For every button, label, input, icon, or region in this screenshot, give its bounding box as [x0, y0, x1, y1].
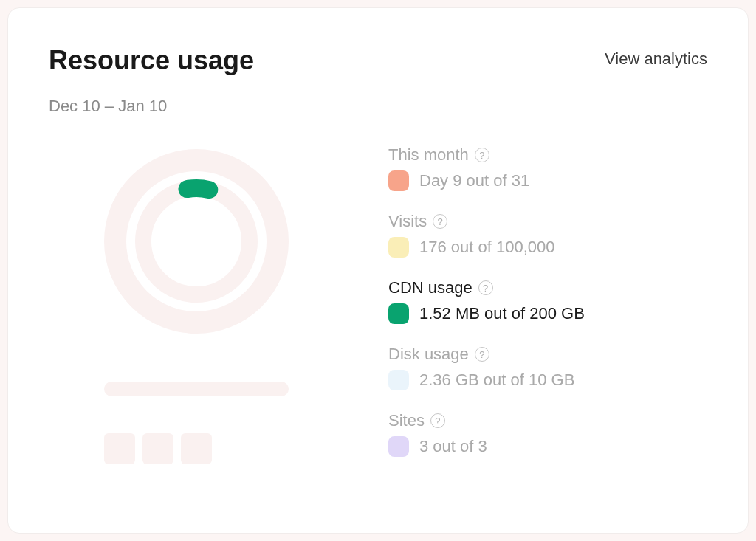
metric-visits[interactable]: Visits ? 176 out of 100,000 — [388, 212, 707, 258]
metric-value: 2.36 GB out of 10 GB — [419, 371, 574, 390]
metric-row: 176 out of 100,000 — [388, 237, 707, 258]
metric-label: This month ? — [388, 145, 707, 165]
swatch-disk — [388, 370, 409, 390]
metric-sites[interactable]: Sites ? 3 out of 3 — [388, 411, 707, 457]
metric-label-text: CDN usage — [388, 278, 472, 297]
metric-value: 1.52 MB out of 200 GB — [419, 304, 585, 323]
resource-usage-card: Resource usage View analytics Dec 10 – J… — [7, 7, 749, 534]
metric-value: Day 9 out of 31 — [419, 171, 529, 190]
metric-cdn[interactable]: CDN usage ? 1.52 MB out of 200 GB — [388, 278, 707, 324]
skeleton-square — [181, 433, 212, 464]
metric-disk[interactable]: Disk usage ? 2.36 GB out of 10 GB — [388, 345, 707, 390]
donut-chart — [100, 145, 292, 337]
metric-row: 2.36 GB out of 10 GB — [388, 370, 707, 390]
help-icon[interactable]: ? — [475, 148, 489, 162]
swatch-this-month — [388, 170, 409, 191]
metrics-list: This month ? Day 9 out of 31 Visits ? 17… — [388, 138, 707, 464]
metric-this-month[interactable]: This month ? Day 9 out of 31 — [388, 145, 707, 191]
swatch-cdn — [388, 303, 409, 324]
metric-label-text: Disk usage — [388, 345, 469, 364]
card-content: This month ? Day 9 out of 31 Visits ? 17… — [49, 138, 707, 464]
skeleton-squares — [104, 433, 212, 464]
view-analytics-link[interactable]: View analytics — [605, 49, 707, 69]
svg-point-1 — [143, 188, 250, 294]
metric-label: Disk usage ? — [388, 345, 707, 364]
metric-row: 3 out of 3 — [388, 436, 707, 457]
metric-label-text: Visits — [388, 212, 427, 231]
metric-label-text: Sites — [388, 411, 425, 430]
help-icon[interactable]: ? — [478, 280, 493, 295]
metric-value: 3 out of 3 — [419, 437, 487, 456]
help-icon[interactable]: ? — [475, 347, 489, 362]
card-header: Resource usage View analytics — [49, 45, 707, 76]
swatch-visits — [388, 237, 409, 258]
swatch-sites — [388, 436, 409, 457]
skeleton-square — [142, 433, 173, 464]
metric-label-text: This month — [388, 145, 469, 165]
metric-label: CDN usage ? — [388, 278, 707, 297]
help-icon[interactable]: ? — [430, 413, 445, 428]
metric-row: Day 9 out of 31 — [388, 170, 707, 191]
skeleton-bar — [104, 382, 289, 396]
date-range: Dec 10 – Jan 10 — [49, 97, 707, 116]
metric-label: Visits ? — [388, 212, 707, 231]
skeleton-square — [104, 433, 135, 464]
help-icon[interactable]: ? — [433, 214, 447, 229]
metric-row: 1.52 MB out of 200 GB — [388, 303, 707, 324]
metric-value: 176 out of 100,000 — [419, 238, 555, 257]
metric-label: Sites ? — [388, 411, 707, 430]
chart-panel — [49, 138, 344, 464]
card-title: Resource usage — [49, 45, 254, 76]
